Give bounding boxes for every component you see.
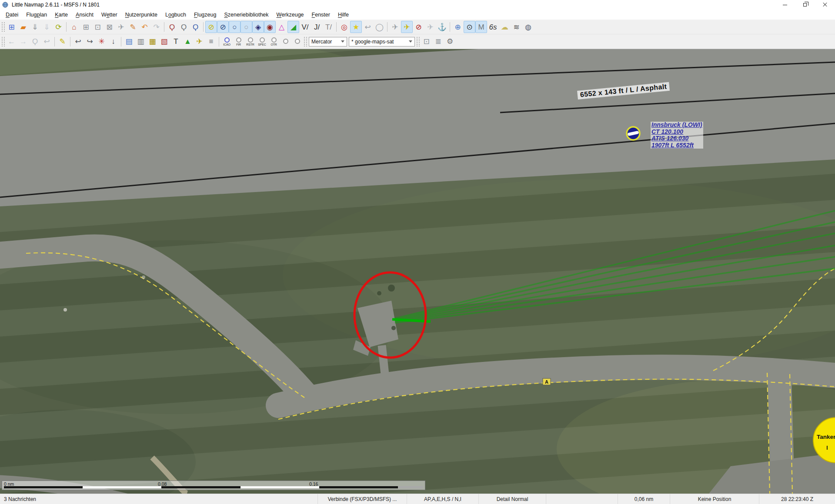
ai-aircraft-off-icon: ⊘: [415, 23, 421, 31]
ai-aircraft-off[interactable]: ⊘: [413, 21, 424, 33]
reverse-flightplan[interactable]: ↪: [84, 36, 96, 48]
projection-select[interactable]: Mercator: [309, 37, 347, 46]
dock-information-icon: ▧: [160, 38, 167, 45]
edit-map-marks[interactable]: ✎: [57, 36, 68, 48]
menu-fenster[interactable]: Fenster: [308, 10, 334, 20]
remove-highlights[interactable]: ⊠: [104, 21, 115, 33]
ai-ships[interactable]: ⚓: [436, 21, 448, 33]
search[interactable]: Ϙ: [178, 21, 190, 33]
zoom-last[interactable]: Ϙ: [29, 36, 41, 48]
new-flightplan[interactable]: ⊞: [6, 21, 17, 33]
menu-datei[interactable]: Datei: [2, 10, 22, 20]
save-flightplan-as[interactable]: ⇓: [41, 21, 53, 33]
hillshading[interactable]: M: [475, 21, 487, 33]
airspace-special[interactable]: SPEC: [256, 36, 268, 48]
search-add[interactable]: Ϙ: [166, 21, 178, 33]
airway-victor[interactable]: V/: [299, 21, 311, 33]
insert-position[interactable]: ↓: [107, 36, 119, 48]
restore-button[interactable]: [795, 0, 815, 10]
menu-szeneriebibliothek[interactable]: Szeneriebibliothek: [220, 10, 272, 20]
procedures[interactable]: ↩: [362, 21, 374, 33]
holdings[interactable]: ◯: [374, 21, 385, 33]
dock-text-labels[interactable]: T: [170, 36, 182, 48]
wind-barbs-6s[interactable]: 6s: [487, 21, 499, 33]
minimize-button[interactable]: [775, 0, 795, 10]
redo[interactable]: ↷: [150, 21, 162, 33]
menu-ansicht[interactable]: Ansicht: [72, 10, 97, 20]
airports-civil[interactable]: ⊘: [205, 21, 217, 33]
airport-icon[interactable]: [627, 127, 640, 140]
center-flightplan[interactable]: ⊞: [80, 21, 92, 33]
position-back[interactable]: ↩: [41, 36, 53, 48]
dock-simulator-aircraft[interactable]: ✈: [194, 36, 205, 48]
navaid-waypoint[interactable]: △: [276, 21, 287, 33]
clear-map-marks[interactable]: ✎: [127, 21, 139, 33]
center-aircraft-off[interactable]: ✈: [389, 21, 401, 33]
toolbar-handle[interactable]: [304, 37, 307, 46]
menu-werkzeuge[interactable]: Werkzeuge: [273, 10, 308, 20]
map-theme-globe[interactable]: ◍: [522, 21, 534, 33]
menu-karte[interactable]: Karte: [51, 10, 72, 20]
airway-jet[interactable]: J/: [311, 21, 323, 33]
dock-flightplan[interactable]: ▤: [123, 36, 135, 48]
dock-search[interactable]: ▥: [135, 36, 147, 48]
dock-information[interactable]: ▧: [158, 36, 170, 48]
menu-flugplan[interactable]: Flugplan: [22, 10, 51, 20]
reload-scenery[interactable]: ⟳: [53, 21, 64, 33]
airspace-online[interactable]: [291, 36, 303, 48]
toolbar-handle[interactable]: [2, 22, 5, 32]
toolbar-handle[interactable]: [2, 37, 5, 46]
map-theme-select[interactable]: * google-maps-sat: [349, 37, 415, 46]
menu-hilfe[interactable]: Hilfe: [334, 10, 353, 20]
delete-aircraft-trail[interactable]: ✈: [115, 21, 127, 33]
menu-flugzeug[interactable]: Flugzeug: [190, 10, 220, 20]
map-back[interactable]: ←: [6, 36, 17, 48]
airspace-centers[interactable]: [280, 36, 291, 48]
nat-tracks[interactable]: T/: [323, 21, 334, 33]
navaid-vor[interactable]: ◈: [252, 21, 264, 33]
menu-logbuch[interactable]: Logbuch: [161, 10, 190, 20]
online-network[interactable]: ⊕: [452, 21, 464, 33]
dock-legend[interactable]: ≡: [205, 36, 217, 48]
airports-military[interactable]: ⊘: [217, 21, 229, 33]
open-flightplan[interactable]: ▰: [17, 21, 29, 33]
center-rectangle[interactable]: ⊡: [92, 21, 104, 33]
toolbar-handle[interactable]: [417, 37, 420, 46]
user-points[interactable]: ★: [350, 21, 362, 33]
map-canvas[interactable]: A Tanken l 6552 x 143 ft / L / Asphalt I…: [0, 49, 835, 494]
weather-source[interactable]: ☁: [499, 21, 511, 33]
dock-elevation-profile-icon: ▲: [184, 38, 191, 45]
navaid-ils[interactable]: ◢: [287, 21, 299, 33]
airspace-restricted[interactable]: RSTR: [244, 36, 256, 48]
search-selection[interactable]: Ϙ: [190, 21, 201, 33]
map-theme-globe-icon: ◍: [525, 23, 531, 31]
airports-empty[interactable]: ○: [240, 21, 252, 33]
undo[interactable]: ↶: [139, 21, 150, 33]
scenery-library-database[interactable]: ≣: [432, 36, 444, 48]
menu-nutzerpunkte[interactable]: Nutzerpunkte: [121, 10, 161, 20]
adjust-flightplan[interactable]: ↩: [72, 36, 84, 48]
save-flightplan[interactable]: ⇓: [29, 21, 41, 33]
options[interactable]: ⚙: [444, 36, 456, 48]
airports-seaplane[interactable]: ○: [229, 21, 240, 33]
airspace-fir[interactable]: FIR: [233, 36, 244, 48]
save-flightplan-icon: ⇓: [32, 23, 38, 31]
sun-shading[interactable]: ⊙: [464, 21, 475, 33]
add-user-feature[interactable]: ✳: [96, 36, 107, 48]
wind-lines[interactable]: ≋: [511, 21, 522, 33]
map-forward[interactable]: →: [17, 36, 29, 48]
airspace-other[interactable]: OTR: [268, 36, 280, 48]
redo-icon: ↷: [153, 23, 159, 31]
close-button[interactable]: [815, 0, 835, 10]
navaid-ndb[interactable]: ◉: [264, 21, 276, 33]
show-user-aircraft[interactable]: ✈: [401, 21, 413, 33]
map-home[interactable]: ⌂: [68, 21, 80, 33]
msa-diagram[interactable]: ◎: [338, 21, 350, 33]
menu-wetter[interactable]: Wetter: [97, 10, 121, 20]
airport-label[interactable]: Innsbruck (LOWI) CT 120.100 ATIS 126.030…: [651, 122, 703, 149]
dock-edit[interactable]: ▦: [147, 36, 158, 48]
airspace-icao[interactable]: ICAO: [221, 36, 233, 48]
dock-elevation-profile[interactable]: ▲: [182, 36, 194, 48]
ai-aircraft[interactable]: ✈: [424, 21, 436, 33]
image-export[interactable]: ⊡: [421, 36, 432, 48]
